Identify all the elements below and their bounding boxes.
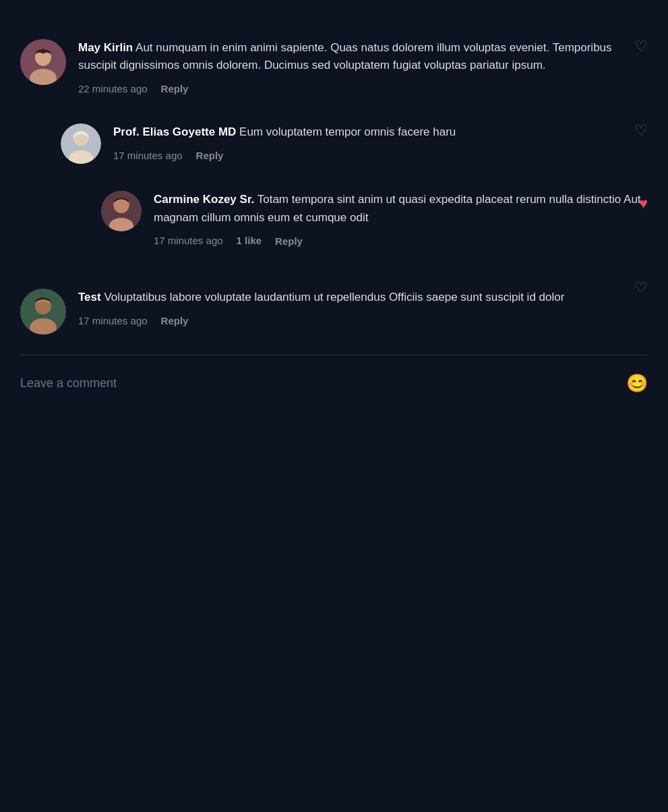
- reply-button[interactable]: Reply: [161, 315, 189, 326]
- author-name: Prof. Elias Goyette MD: [113, 125, 236, 138]
- comment-text: May Kirlin Aut numquam in enim animi sap…: [78, 39, 648, 75]
- carmine-kozey-avatar: [101, 191, 142, 231]
- comment-input[interactable]: [20, 376, 626, 390]
- comment-meta: 17 minutes ago Reply: [78, 314, 648, 329]
- comment-body: Aut numquam in enim animi sapiente. Quas…: [78, 41, 612, 71]
- comment-time: 17 minutes ago: [154, 233, 223, 249]
- reply-button[interactable]: Reply: [275, 235, 303, 247]
- comment-meta: 17 minutes ago 1 like Reply: [154, 233, 648, 249]
- like-count: 1 like: [237, 233, 262, 249]
- comment-text: Test Voluptatibus labore voluptate lauda…: [78, 289, 648, 306]
- may-kirlin-avatar: [20, 39, 66, 85]
- author-name: May Kirlin: [78, 41, 133, 54]
- comment-item: May Kirlin Aut numquam in enim animi sap…: [20, 20, 648, 110]
- prof-elias-avatar: [61, 123, 101, 164]
- comment-item: Prof. Elias Goyette MD Eum voluptatem te…: [20, 110, 648, 177]
- comment-meta: 22 minutes ago Reply: [78, 82, 648, 97]
- comment-item: Carmine Kozey Sr. Totam tempora sint ani…: [20, 177, 648, 262]
- reply-button[interactable]: Reply: [196, 150, 224, 161]
- like-button[interactable]: ♥: [639, 196, 648, 211]
- author-name: Test: [78, 291, 101, 303]
- test-avatar: [20, 289, 66, 335]
- comment-meta: 17 minutes ago Reply: [113, 148, 648, 164]
- comment-content: Test Voluptatibus labore voluptate lauda…: [78, 289, 648, 328]
- comment-time: 17 minutes ago: [78, 314, 148, 329]
- comments-list: May Kirlin Aut numquam in enim animi sap…: [20, 20, 648, 348]
- comment-time: 22 minutes ago: [78, 82, 148, 97]
- emoji-button[interactable]: 😊: [626, 374, 648, 392]
- comment-input-area: 😊: [20, 355, 648, 411]
- comment-body: Voluptatibus labore voluptate laudantium…: [104, 291, 564, 303]
- comment-content: Prof. Elias Goyette MD Eum voluptatem te…: [113, 123, 648, 163]
- comment-content: Carmine Kozey Sr. Totam tempora sint ani…: [154, 191, 648, 248]
- comment-text: Carmine Kozey Sr. Totam tempora sint ani…: [154, 191, 648, 227]
- like-button[interactable]: ♡: [634, 123, 648, 138]
- comment-body: Eum voluptatem tempor omnis facere haru: [239, 125, 456, 138]
- comment-content: May Kirlin Aut numquam in enim animi sap…: [78, 39, 648, 96]
- comment-time: 17 minutes ago: [113, 148, 183, 164]
- comment-text: Prof. Elias Goyette MD Eum voluptatem te…: [113, 123, 648, 141]
- like-button[interactable]: ♡: [634, 281, 648, 295]
- like-button[interactable]: ♡: [634, 39, 648, 54]
- reply-button[interactable]: Reply: [161, 83, 189, 94]
- comment-item: Test Voluptatibus labore voluptate lauda…: [20, 262, 648, 348]
- author-name: Carmine Kozey Sr.: [154, 193, 254, 206]
